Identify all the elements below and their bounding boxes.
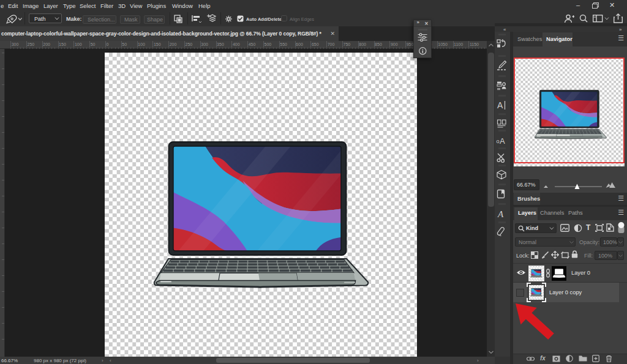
svg-text:o: o bbox=[497, 138, 500, 144]
svg-text:A: A bbox=[497, 100, 503, 110]
svg-text:A: A bbox=[497, 209, 504, 219]
svg-text:A: A bbox=[500, 136, 505, 146]
